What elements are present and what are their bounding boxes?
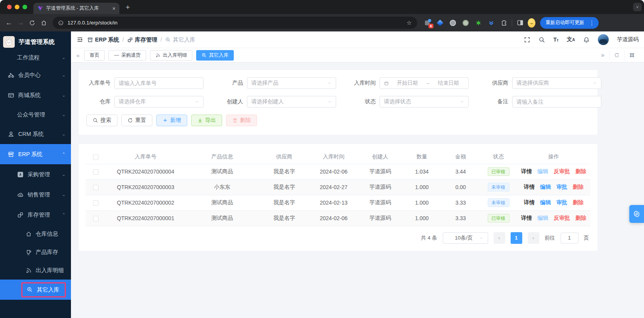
reload-button[interactable]: [26, 17, 38, 29]
browser-menu-kebab-icon[interactable]: ⋮: [587, 19, 596, 26]
theme-settings-button[interactable]: [629, 205, 644, 223]
product-select[interactable]: 请选择产品: [247, 77, 336, 89]
search-button[interactable]: 搜索: [86, 115, 117, 126]
tag-purchase-return[interactable]: — 采购退货: [109, 50, 146, 61]
sidebar-item-mp[interactable]: 公众号管理 ⌄: [0, 105, 71, 124]
delete-button[interactable]: 删除: [226, 115, 257, 126]
remark-input[interactable]: [516, 99, 597, 105]
sidebar-item-warehouse[interactable]: 仓库信息: [0, 225, 71, 243]
edit-link[interactable]: 编辑: [540, 184, 551, 190]
sidebar-item-purchase[interactable]: 采购管理 ⌄: [0, 164, 71, 184]
side-panel-button[interactable]: [516, 19, 524, 27]
in-time-daterange[interactable]: 开始日期 – 结束日期: [380, 77, 469, 89]
address-bar[interactable]: 127.0.0.1/erp/stock/in ☆: [53, 17, 417, 29]
font-size-button[interactable]: Tт: [553, 36, 558, 43]
detail-link[interactable]: 详情: [524, 184, 535, 190]
button-label: 重置: [135, 117, 146, 124]
sidebar-item-workflow[interactable]: 工作流程 ⌄: [0, 50, 71, 65]
delete-link[interactable]: 删除: [575, 168, 586, 174]
back-button[interactable]: ←: [3, 17, 15, 29]
row-checkbox[interactable]: [93, 216, 98, 221]
detail-link[interactable]: 详情: [521, 215, 532, 221]
select-all-checkbox[interactable]: [93, 155, 98, 160]
fullscreen-button[interactable]: [524, 36, 530, 43]
extension-icon-recorder[interactable]: [462, 19, 470, 27]
detail-link[interactable]: 详情: [521, 168, 532, 174]
next-page-button[interactable]: ›: [528, 232, 539, 244]
edit-link[interactable]: 编辑: [540, 199, 551, 205]
order-no-input[interactable]: [119, 80, 199, 86]
sidebar-item-sale[interactable]: 销售管理 ⌄: [0, 184, 71, 205]
reset-button[interactable]: 重置: [121, 115, 152, 126]
home-button[interactable]: [38, 17, 50, 29]
forward-button[interactable]: →: [15, 17, 26, 29]
profile-avatar[interactable]: [528, 19, 535, 27]
tab-close-icon[interactable]: ×: [112, 5, 116, 12]
breadcrumb-erp[interactable]: ERP 系统: [87, 36, 119, 43]
extension-icon-camera[interactable]: [449, 19, 457, 27]
delete-link[interactable]: 删除: [573, 199, 584, 205]
extensions-puzzle-button[interactable]: [500, 19, 508, 27]
edit-link[interactable]: 编辑: [537, 168, 548, 174]
browser-tab[interactable]: 芋道管理系统 - 其它入库 ×: [33, 3, 119, 14]
extension-icon-tabs[interactable]: 6: [423, 19, 431, 27]
browser-update-button[interactable]: 重新启动即可更新 ⋮: [540, 17, 599, 29]
tags-scroll-right-button[interactable]: »: [596, 50, 609, 60]
user-avatar[interactable]: [598, 34, 609, 45]
locale-button[interactable]: 文A: [567, 36, 575, 43]
current-page-button[interactable]: 1: [511, 232, 522, 244]
search-button[interactable]: [539, 36, 545, 43]
tag-stock-in[interactable]: 其它入库: [196, 50, 234, 61]
detail-link[interactable]: 详情: [524, 199, 535, 205]
sidebar-item-crm[interactable]: CRM 系统 ⌄: [0, 124, 71, 144]
approve-link[interactable]: 审批: [556, 184, 567, 190]
tags-layout-button[interactable]: [624, 50, 639, 60]
export-button[interactable]: 导出: [191, 115, 222, 126]
edit-link[interactable]: 编辑: [537, 215, 548, 221]
extension-icon-chevrons[interactable]: [487, 19, 495, 27]
sidebar-item-stock-record[interactable]: 出入库明细: [0, 261, 71, 280]
window-close-button[interactable]: [7, 5, 12, 9]
status-select[interactable]: 请选择状态: [380, 96, 469, 108]
supplier-select[interactable]: 请选择供应商: [512, 77, 601, 89]
extension-icon-star[interactable]: [475, 19, 482, 27]
row-checkbox[interactable]: [93, 200, 98, 206]
window-zoom-button[interactable]: [22, 5, 27, 9]
sidebar-item-stock-in[interactable]: 其它入库: [0, 280, 71, 300]
sidebar-item-label: 公众号管理: [17, 111, 58, 118]
bookmark-star-icon[interactable]: ☆: [407, 19, 412, 26]
warehouse-select[interactable]: 请选择仓库: [114, 96, 204, 108]
sidebar-item-mall[interactable]: 商城系统 ⌄: [0, 85, 71, 105]
tags-refresh-button[interactable]: [609, 50, 624, 60]
add-button[interactable]: 新增: [156, 115, 187, 126]
row-checkbox[interactable]: [93, 185, 98, 190]
app-logo-row[interactable]: 芋道管理系统: [0, 31, 71, 50]
sidebar-item-member[interactable]: 会员中心 ⌄: [0, 65, 71, 85]
creator-select[interactable]: 请选择创建人: [247, 96, 336, 108]
goto-page-input[interactable]: [561, 233, 578, 243]
unapprove-link[interactable]: 反审批: [554, 215, 570, 221]
delete-link[interactable]: 删除: [575, 215, 586, 221]
approve-link[interactable]: 审批: [556, 199, 567, 205]
tags-scroll-left-button[interactable]: «: [76, 52, 80, 59]
breadcrumb-stock[interactable]: 库存管理: [127, 36, 157, 43]
chevron-down-icon: [327, 99, 332, 104]
menu-fold-button[interactable]: [76, 36, 83, 43]
username[interactable]: 芋道源码: [617, 36, 639, 43]
sidebar-item-stock[interactable]: 库存管理 ⌃: [0, 205, 71, 225]
tag-stock-record[interactable]: 出入库明细: [150, 50, 193, 61]
delete-link[interactable]: 删除: [573, 184, 584, 190]
extension-icon-gem[interactable]: [436, 19, 444, 27]
notifications-button[interactable]: [583, 36, 590, 43]
row-checkbox[interactable]: [93, 169, 98, 175]
site-info-icon[interactable]: [58, 20, 64, 26]
new-tab-button[interactable]: +: [126, 3, 130, 12]
prev-page-button[interactable]: ‹: [494, 232, 505, 244]
tag-home[interactable]: 首页: [84, 50, 105, 61]
window-minimize-button[interactable]: [15, 5, 19, 9]
sidebar-item-erp[interactable]: ERP 系统 ⌃: [0, 144, 71, 164]
sidebar-item-product-stock[interactable]: 产品库存: [0, 243, 71, 261]
page-size-select[interactable]: 10条/页: [443, 232, 488, 244]
tab-strip-chevron-icon[interactable]: ˅: [633, 3, 642, 11]
unapprove-link[interactable]: 反审批: [554, 168, 570, 174]
